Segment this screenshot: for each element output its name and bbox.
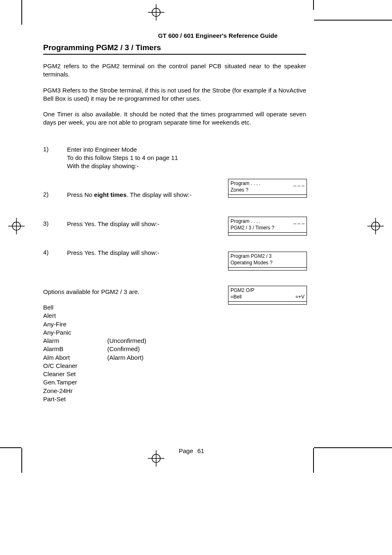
option-item: Any-Panic (43, 328, 107, 337)
crop-mark (314, 447, 392, 448)
page-number: 61 (197, 447, 204, 454)
option-item: Alarm (43, 337, 107, 345)
step-line: To do this follow Steps 1 to 4 on page 1… (67, 154, 178, 161)
crop-mark (313, 0, 314, 10)
option-note: (Unconfirmed) (107, 337, 146, 345)
lcd-display: Program PGM2 / 3 Operating Modes ? (228, 252, 307, 271)
option-note: (Alarm Abort) (107, 354, 143, 362)
page-content: GT 600 / 601 Engineer's Reference Guide … (43, 32, 306, 403)
step-text: Enter into Engineer Mode To do this foll… (67, 146, 306, 171)
display-text: Program . . . . (231, 180, 261, 187)
document-header: GT 600 / 601 Engineer's Reference Guide (129, 32, 306, 39)
section-title: Programming PGM2 / 3 / Timers (43, 43, 306, 55)
crop-mark (21, 448, 22, 473)
paragraph: PGM3 Refers to the Strobe terminal, if t… (43, 86, 306, 103)
step-number: 1) (43, 146, 67, 153)
option-item: Bell (43, 303, 107, 312)
registration-mark-icon (8, 218, 25, 234)
option-item: Zone-24Hr (43, 387, 107, 395)
crop-mark (21, 0, 22, 25)
page-footer: Page 61 (179, 447, 204, 454)
lcd-display: Program . . . . _ _ _ PGM2 / 3 / Timers … (228, 217, 307, 236)
lcd-display: Program . . . . _ _ _ Zones ? (228, 179, 307, 198)
option-item: Any-Fire (43, 320, 107, 328)
display-text: Program . . . . (231, 218, 261, 225)
option-note: (Confirmed) (107, 345, 140, 353)
option-item: AlarmB (43, 345, 107, 353)
display-text: Zones ? (231, 187, 304, 194)
display-text: _ _ _ (293, 180, 304, 187)
page-label: Page (179, 447, 193, 454)
display-text: =+V (295, 294, 304, 301)
step-number: 2) (43, 191, 67, 198)
lcd-display: PGM2 O/P =Bell =+V (228, 286, 307, 305)
display-text: _ _ _ (293, 218, 304, 225)
step-line: With the display showing:- (67, 162, 138, 169)
step-number: 3) (43, 220, 67, 227)
step-number: 4) (43, 249, 67, 256)
paragraph: PGM2 refers to the PGM2 terminal on the … (43, 62, 306, 79)
options-list: Bell Alert Any-Fire Any-Panic Alarm(Unco… (43, 303, 306, 403)
step-line: Enter into Engineer Mode (67, 146, 137, 153)
display-text: Operating Modes ? (231, 260, 304, 266)
step-text-post: . The display will show:- (127, 191, 191, 198)
display-text: PGM2 / 3 / Timers ? (231, 225, 304, 231)
option-item: Gen.Tamper (43, 378, 107, 386)
option-item: Cleaner Set (43, 370, 107, 378)
paragraph: One Timer is also available. It should b… (43, 110, 306, 127)
display-text: PGM2 O/P (231, 287, 304, 294)
option-item: Alm Abort (43, 354, 107, 362)
crop-mark (0, 447, 21, 448)
display-text: Program PGM2 / 3 (231, 253, 304, 260)
step-text-pre: Press No (67, 191, 94, 198)
option-item: O/C Cleaner (43, 362, 107, 370)
step-item: 1) Enter into Engineer Mode To do this f… (43, 146, 306, 171)
step-text-bold: eight times (94, 191, 127, 198)
registration-mark-icon (367, 218, 384, 234)
registration-mark-icon (148, 4, 164, 21)
registration-mark-icon (148, 450, 164, 467)
display-text: =Bell (231, 294, 242, 301)
crop-mark (313, 448, 314, 473)
option-item: Part-Set (43, 395, 107, 403)
option-item: Alert (43, 312, 107, 320)
crop-mark (314, 20, 392, 21)
